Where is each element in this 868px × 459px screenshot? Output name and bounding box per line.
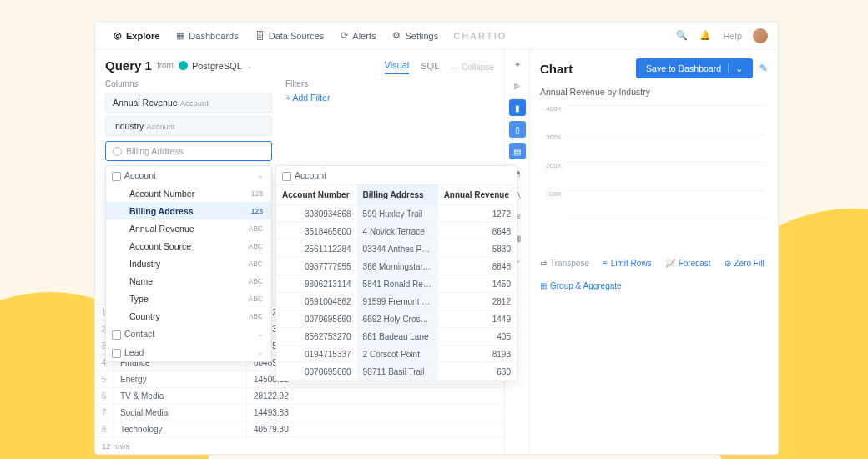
from-label: from [157, 61, 174, 70]
preview-row[interactable]: 069100486291599 Fremont Court2812 [276, 293, 517, 310]
preview-header[interactable]: Account Number [276, 185, 357, 205]
result-row[interactable]: 6TV & Media28122.92 [95, 388, 504, 405]
preview-row[interactable]: 256111228403344 Anthes Park…5830 [276, 240, 517, 258]
schema-field[interactable]: Annual RevenueABC [106, 219, 271, 237]
action-group-aggregate[interactable]: ⊞ Group & Aggregate [540, 281, 622, 290]
preview-row[interactable]: 8562753270861 Badeau Lane405 [276, 328, 517, 346]
tab-visual[interactable]: Visual [385, 60, 410, 74]
chart-title: Chart [540, 62, 573, 76]
query-pane: Query 1 from PostgreSQL ⌄ Visual SQL — C… [95, 50, 504, 454]
db-selector[interactable]: PostgreSQL ⌄ [179, 61, 253, 71]
chart-type-sparkle-icon[interactable]: ✦ [509, 56, 526, 73]
nav-explore[interactable]: ◎ Explore [105, 30, 168, 41]
column-search-input[interactable]: Billing Address [105, 141, 272, 161]
action-zero-fill[interactable]: ⊘ Zero Fill [724, 259, 765, 268]
bell-icon[interactable]: 🔔 [694, 30, 717, 41]
top-nav: ◎ Explore ▦ Dashboards 🗄 Data Sources ⟳ … [95, 22, 778, 50]
schema-group[interactable]: Account⌄ [106, 166, 271, 184]
avatar[interactable] [753, 28, 768, 43]
nav-dashboards[interactable]: ▦ Dashboards [168, 30, 246, 41]
chart-type-stacked-bar-icon[interactable]: ▮ [509, 99, 526, 116]
preview-header[interactable]: Annual Revenue [438, 185, 517, 205]
help-link[interactable]: Help [717, 31, 748, 41]
preview-row[interactable]: 007069566098711 Basil Trail630 [276, 363, 517, 381]
schema-field[interactable]: IndustryABC [106, 255, 271, 272]
schema-field[interactable]: Account SourceABC [106, 237, 271, 255]
query-title: Query 1 [105, 58, 152, 73]
data-preview-popup: Account Account NumberBilling AddressAnn… [275, 165, 517, 381]
preview-row[interactable]: 98062131145841 Ronald Regan…1450 [276, 275, 517, 293]
collapse-toggle[interactable]: — Collapse [451, 63, 494, 72]
preview-row[interactable]: 3930934868599 Huxley Trail1272 [276, 205, 517, 223]
preview-row[interactable]: 00706956606692 Holy Cross Co…1449 [276, 310, 517, 328]
nav-settings[interactable]: ⚙ Settings [384, 30, 447, 41]
preview-row[interactable]: 0987777955366 Morningstar Hill8848 [276, 258, 517, 275]
schema-field[interactable]: NameABC [106, 272, 271, 290]
result-row[interactable]: 7Social Media14493.83 [95, 405, 504, 421]
chart-type-hbar-icon[interactable]: ▤ [509, 143, 526, 159]
results-footer: 12 rows [95, 438, 504, 454]
chart-actions: ⇄ Transpose ≡ Limit Rows 📈 Forecast ⊘ Ze… [540, 259, 768, 290]
schema-group[interactable]: Lead⌄ [106, 343, 271, 361]
schema-field[interactable]: CountryABC [106, 307, 271, 325]
column-pill[interactable]: Annual RevenueAccount [105, 93, 272, 113]
search-icon[interactable]: 🔍 [670, 30, 694, 41]
tab-sql[interactable]: SQL [421, 61, 439, 73]
save-to-dashboard-button[interactable]: Save to Dashboard⌄ [636, 58, 753, 78]
chart-type-bar-icon[interactable]: ⫸ [509, 78, 526, 94]
action-transpose[interactable]: ⇄ Transpose [540, 259, 589, 268]
chart-type-column-icon[interactable]: ▯ [509, 121, 526, 138]
preview-title: Account [276, 166, 517, 185]
filters-label: Filters [285, 79, 494, 88]
preview-header[interactable]: Billing Address [357, 185, 438, 205]
action-limit-rows[interactable]: ≡ Limit Rows [603, 259, 652, 268]
schema-group[interactable]: Contact⌄ [106, 325, 271, 343]
add-filter-button[interactable]: + Add Filter [285, 93, 494, 103]
preview-row[interactable]: 01947153372 Corscot Point8193 [276, 346, 517, 363]
nav-data-sources[interactable]: 🗄 Data Sources [247, 31, 333, 41]
column-pill[interactable]: IndustryAccount [105, 116, 272, 136]
schema-popup: Account⌄Account Number123Billing Address… [105, 165, 272, 362]
app-window: ◎ Explore ▦ Dashboards 🗄 Data Sources ⟳ … [94, 21, 779, 455]
schema-field[interactable]: Account Number123 [106, 184, 271, 202]
preview-row[interactable]: 35184656004 Novick Terrace8648 [276, 223, 517, 240]
edit-icon[interactable]: ✎ [760, 63, 768, 74]
columns-label: Columns [105, 79, 272, 88]
result-row[interactable]: 8Technology40579.30 [95, 421, 504, 438]
chart-subtitle: Annual Revenue by Industry [540, 87, 768, 97]
schema-field[interactable]: TypeABC [106, 290, 271, 307]
nav-alerts[interactable]: ⟳ Alerts [332, 30, 384, 41]
chart-canvas: 400K300K200K100K [540, 105, 768, 230]
action-forecast[interactable]: 📈 Forecast [665, 259, 711, 268]
schema-field[interactable]: Billing Address123 [106, 202, 271, 219]
brand-logo: CHARTIO [453, 31, 507, 41]
